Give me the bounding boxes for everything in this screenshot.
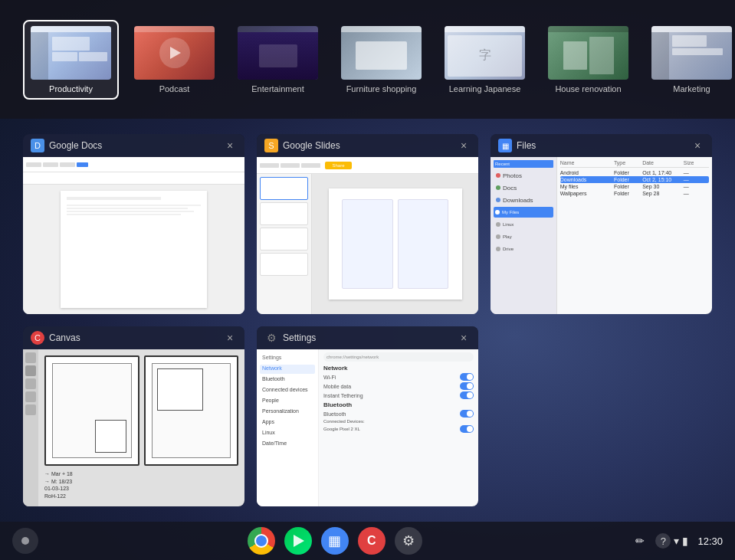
slides-app-icon: S (264, 139, 278, 152)
window-close-settings[interactable]: × (457, 331, 471, 345)
desk-item-japanese[interactable]: 字 Learning Japanese (437, 20, 533, 100)
window-files: ▦ Files × Recent Photos Docs Downloads M… (491, 134, 712, 314)
window-canvas: C Canvas × (23, 326, 244, 506)
taskbar: ▦ C ⚙ ✏ ? ▾ ▮ 12:30 (0, 522, 735, 560)
window-preview-files[interactable]: Recent Photos Docs Downloads My Files Li… (491, 157, 712, 314)
window-title-settings: Settings (283, 332, 457, 343)
taskbar-app-play[interactable] (284, 527, 312, 555)
settings-connected-device: Google Pixel 2 XL (323, 425, 474, 433)
main-area: D Google Docs × (0, 119, 735, 522)
toggle-tethering[interactable] (460, 391, 474, 399)
desk-thumbnail-japanese: 字 (445, 26, 525, 80)
desk-label-japanese: Learning Japanese (449, 84, 521, 93)
desk-item-renovation[interactable]: House renovation (540, 20, 636, 100)
window-preview-gslides[interactable]: Share (257, 157, 478, 314)
window-close-gslides[interactable]: × (457, 139, 471, 152)
settings-row-mobile: Mobile data (323, 382, 474, 390)
window-preview-settings[interactable]: Settings Network Bluetooth Connected dev… (257, 349, 478, 506)
settings-taskbar-icon: ⚙ (402, 532, 415, 549)
desk-item-marketing[interactable]: Marketing (644, 20, 735, 100)
taskbar-left (12, 528, 38, 554)
window-titlebar-gdocs: D Google Docs × (23, 134, 244, 157)
toggle-bluetooth[interactable] (460, 410, 474, 418)
window-close-canvas[interactable]: × (223, 331, 237, 345)
taskbar-app-files[interactable]: ▦ (321, 527, 349, 555)
wifi-icon: ▾ (674, 535, 679, 547)
pen-glyph: ✏ (635, 535, 645, 547)
desk-bar: Productivity Podcast Entertainment (0, 0, 735, 119)
settings-app-icon: ⚙ (264, 331, 278, 345)
taskbar-app-chrome[interactable] (248, 527, 275, 555)
desk-thumbnail-entertainment (238, 26, 318, 80)
taskbar-app-settings[interactable]: ⚙ (395, 527, 422, 555)
toggle-mobile[interactable] (460, 382, 474, 390)
desk-item-productivity[interactable]: Productivity (23, 20, 119, 100)
desk-thumbnail-productivity (31, 26, 111, 80)
window-title-gslides: Google Slides (283, 140, 457, 151)
settings-section-network: Network (323, 365, 474, 372)
desk-thumbnail-renovation (548, 26, 628, 80)
taskbar-apps: ▦ C ⚙ (38, 527, 631, 555)
window-titlebar-canvas: C Canvas × (23, 326, 244, 349)
desk-item-furniture[interactable]: Furniture shopping (333, 20, 429, 100)
window-gdocs: D Google Docs × (23, 134, 244, 314)
window-title-gdocs: Google Docs (49, 140, 223, 151)
window-settings: ⚙ Settings × Settings Network Bluetooth … (257, 326, 478, 506)
battery-icon: ▮ (682, 535, 688, 547)
window-titlebar-files: ▦ Files × (491, 134, 712, 157)
window-titlebar-gslides: S Google Slides × (257, 134, 478, 157)
settings-section-bluetooth: Bluetooth (323, 401, 474, 408)
settings-url-bar: chrome://settings/network (323, 352, 474, 362)
status-icons: ? ▾ ▮ (655, 533, 688, 549)
desk-thumbnail-furniture (341, 26, 422, 80)
desk-label-marketing: Marketing (673, 84, 710, 93)
taskbar-right: ✏ ? ▾ ▮ 12:30 (631, 532, 723, 550)
window-title-files: Files (517, 140, 691, 151)
launcher-dot-icon (21, 537, 29, 545)
window-gslides: S Google Slides × Share (257, 134, 478, 314)
play-store-icon (294, 535, 304, 547)
desk-label-podcast: Podcast (159, 84, 190, 93)
taskbar-app-canvas[interactable]: C (358, 527, 386, 555)
desk-label-entertainment: Entertainment (251, 84, 304, 93)
settings-row-tethering: Instant Tethering (323, 391, 474, 399)
toggle-wifi[interactable] (460, 373, 474, 381)
window-titlebar-settings: ⚙ Settings × (257, 326, 478, 349)
canvas-app-icon: C (31, 331, 44, 345)
settings-row-connected: Connected Devices: (323, 419, 474, 424)
files-app-icon: ▦ (498, 139, 512, 152)
window-close-gdocs[interactable]: × (223, 139, 237, 152)
canvas-taskbar-icon: C (367, 534, 376, 548)
window-close-files[interactable]: × (691, 139, 704, 152)
desk-thumbnail-podcast (134, 26, 215, 80)
pen-icon[interactable]: ✏ (631, 532, 649, 550)
desk-item-entertainment[interactable]: Entertainment (230, 20, 326, 100)
toggle-pixel[interactable] (460, 425, 474, 433)
taskbar-time: 12:30 (697, 535, 723, 547)
launcher-button[interactable] (12, 528, 38, 554)
desk-thumbnail-marketing (651, 26, 732, 80)
desk-label-productivity: Productivity (49, 84, 93, 93)
window-preview-gdocs[interactable] (23, 157, 244, 314)
desk-label-furniture: Furniture shopping (346, 84, 417, 93)
files-taskbar-icon: ▦ (328, 532, 341, 549)
desk-item-podcast[interactable]: Podcast (126, 20, 222, 100)
settings-row-wifi: Wi-Fi (323, 373, 474, 381)
desk-label-renovation: House renovation (555, 84, 621, 93)
docs-app-icon: D (31, 139, 44, 152)
settings-row-bluetooth: Bluetooth (323, 410, 474, 418)
canvas-notes: → Mar + 18 → M: 18/23 01-03-123 RoH-122 (44, 470, 238, 500)
window-title-canvas: Canvas (49, 332, 223, 343)
window-preview-canvas[interactable]: → Mar + 18 → M: 18/23 01-03-123 RoH-122 (23, 349, 244, 506)
question-icon: ? (655, 533, 671, 549)
